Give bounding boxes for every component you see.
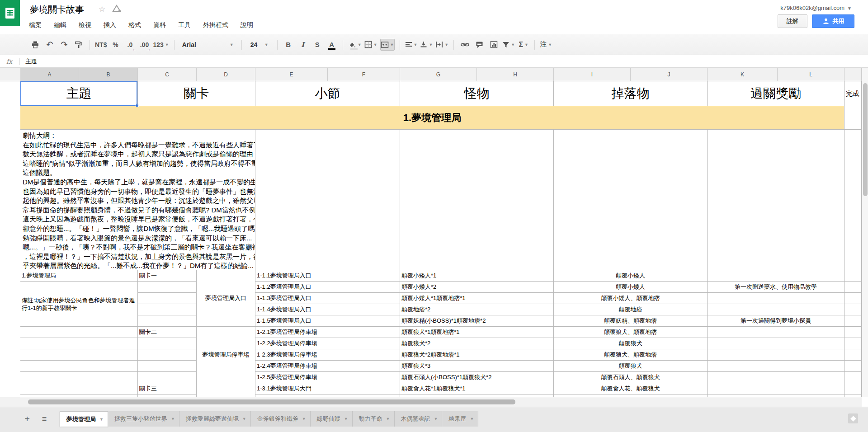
- cell-r6cE[interactable]: 1-1.2夢境管理局入口: [255, 282, 400, 293]
- font-size-select[interactable]: 24▼: [247, 39, 272, 51]
- cell-r14cG[interactable]: 顛覆石頭人(小BOSS)*1顛覆狼犬*2: [400, 372, 554, 383]
- cell-r15cA[interactable]: [20, 383, 138, 394]
- cell-r10cC[interactable]: 關卡二: [138, 327, 197, 338]
- cell-r13cM[interactable]: [844, 361, 862, 372]
- cell-r7cI[interactable]: 顛覆小矮人、顛覆地痞: [554, 293, 708, 304]
- cell-r12cG[interactable]: 顛覆狼犬*2顛覆地痞*1: [400, 349, 554, 361]
- menu-item[interactable]: 外掛程式: [203, 21, 228, 29]
- decrease-decimal-button[interactable]: .0←: [124, 39, 136, 51]
- vertical-align-button[interactable]: ▼: [420, 39, 433, 51]
- chevron-down-icon[interactable]: ▼: [302, 417, 306, 421]
- menu-item[interactable]: 資料: [153, 21, 166, 29]
- cell-r7cM[interactable]: [844, 293, 862, 304]
- sheets-logo-icon[interactable]: [0, 0, 20, 26]
- cell-r1cC[interactable]: 關卡: [138, 81, 255, 106]
- cell-r12cA[interactable]: [20, 349, 138, 361]
- cell-r4cM[interactable]: [844, 130, 862, 270]
- cell-r13cE[interactable]: 1-2.4夢境管理局停車場: [255, 361, 400, 372]
- cell-r7cK[interactable]: [708, 293, 844, 304]
- cell-r5cA[interactable]: 1.夢境管理局: [20, 270, 138, 282]
- cell-r14cA[interactable]: [20, 372, 138, 383]
- cell-r15cD[interactable]: [197, 383, 255, 397]
- cell-r8cI[interactable]: 顛覆地痞: [554, 304, 708, 315]
- column-header-partial[interactable]: [844, 68, 862, 81]
- cell-r5cM[interactable]: [844, 270, 862, 282]
- cell-r5cG[interactable]: 顛覆小矮人*1: [400, 270, 554, 282]
- account-email[interactable]: k79k06k02k@gmail.com▼: [780, 5, 852, 11]
- cell-r15cC[interactable]: 關卡三: [138, 383, 197, 394]
- cell-r6cM[interactable]: [844, 282, 862, 293]
- cell-r14cC[interactable]: [138, 372, 197, 383]
- cell-r4cI[interactable]: [554, 130, 708, 270]
- cell-r9cC[interactable]: [138, 315, 197, 327]
- document-title[interactable]: 夢境關卡故事: [30, 4, 84, 16]
- menu-item[interactable]: 檢視: [79, 21, 91, 29]
- cell-r6cA[interactable]: 備註:玩家使用夢境公民角色和夢境管理者進行1-1的新手教學關卡: [20, 282, 138, 327]
- cell-r15cG[interactable]: 顛覆食人花*1顛覆狼犬*1: [400, 383, 554, 394]
- horizontal-align-button[interactable]: ▼: [405, 39, 418, 51]
- sheet-tab-金斧銀斧和鐵斧[interactable]: 金斧銀斧和鐵斧▼: [251, 411, 311, 427]
- vertical-scrollbar[interactable]: [862, 68, 868, 397]
- cell-r4cK[interactable]: [708, 130, 844, 270]
- cell-r11cC[interactable]: [138, 338, 197, 349]
- cell-r9cK[interactable]: 第一次過關得到夢境小探員: [708, 315, 844, 327]
- cell-r12cM[interactable]: [844, 349, 862, 361]
- chevron-down-icon[interactable]: ▼: [434, 417, 438, 421]
- cell-r13cA[interactable]: [20, 361, 138, 372]
- cell-r5cE[interactable]: 1-1.1夢境管理局入口: [255, 270, 400, 282]
- cell-r11cE[interactable]: 1-2.2夢境管理局停車場: [255, 338, 400, 349]
- cell-r11cI[interactable]: 顛覆狼犬: [554, 338, 708, 349]
- drive-folder-icon[interactable]: [112, 5, 121, 13]
- cell-r9cM[interactable]: [844, 315, 862, 327]
- font-family-select[interactable]: Arial▼: [179, 39, 236, 51]
- cell-r13cC[interactable]: [138, 361, 197, 372]
- all-sheets-button[interactable]: ≡: [38, 413, 51, 425]
- horizontal-scrollbar[interactable]: [0, 397, 862, 407]
- cell-r5cK[interactable]: [708, 270, 844, 282]
- cell-r15cM[interactable]: [844, 383, 862, 394]
- percent-format-button[interactable]: %: [109, 39, 121, 51]
- more-formats-button[interactable]: 123▼: [153, 39, 169, 51]
- cell-r10cE[interactable]: 1-2.1夢境管理局停車場: [255, 327, 400, 338]
- cell-r8cG[interactable]: 顛覆地痞*2: [400, 304, 554, 315]
- share-button[interactable]: 共用: [812, 14, 854, 28]
- chevron-down-icon[interactable]: ▼: [344, 417, 348, 421]
- cell-r10cD[interactable]: 夢境管理局停車場: [197, 327, 255, 383]
- cell-r5cC[interactable]: 關卡一: [138, 270, 197, 282]
- cell-r4cA[interactable]: 劇情大綱： 在如此忙碌的現代生活中，許多人們每晚都是一覺難求，不過最近有些人睡著…: [20, 130, 255, 270]
- column-header-F[interactable]: F: [328, 68, 400, 81]
- cell-r14cE[interactable]: 1-2.5夢境管理局停車場: [255, 372, 400, 383]
- currency-format-button[interactable]: NT$: [95, 39, 107, 51]
- chevron-down-icon[interactable]: ▼: [470, 417, 474, 421]
- add-sheet-button[interactable]: +: [21, 413, 33, 425]
- sheet-tab-動力革命[interactable]: 動力革命▼: [353, 411, 395, 427]
- cell-r10cK[interactable]: [708, 327, 844, 338]
- menu-item[interactable]: 說明: [241, 21, 253, 29]
- insert-link-button[interactable]: [459, 39, 471, 51]
- cell-r2cA[interactable]: 1.夢境管理局: [20, 106, 844, 130]
- increase-decimal-button[interactable]: .00→: [138, 39, 150, 51]
- cell-r11cM[interactable]: [844, 338, 862, 349]
- column-header-C[interactable]: C: [138, 68, 197, 81]
- column-header-D[interactable]: D: [197, 68, 255, 81]
- cell-r6cI[interactable]: 顛覆小矮人: [554, 282, 708, 293]
- text-wrap-button[interactable]: ▼: [435, 39, 448, 51]
- formula-bar[interactable]: fx 主題: [0, 55, 868, 68]
- insert-chart-button[interactable]: [488, 39, 500, 51]
- cell-r14cI[interactable]: 顛覆石頭人、顛覆狼犬: [554, 372, 708, 383]
- cell-r7cG[interactable]: 顛覆小矮人*1顛覆地痞*1: [400, 293, 554, 304]
- cell-r1cE[interactable]: 小節: [255, 81, 400, 106]
- insert-comment-button[interactable]: [473, 39, 485, 51]
- cell-r15cI[interactable]: 顛覆食人花、顛覆狼犬: [554, 383, 708, 394]
- cell-r11cK[interactable]: [708, 338, 844, 349]
- input-tools-button[interactable]: 注▼: [540, 39, 552, 51]
- cell-r14cM[interactable]: [844, 372, 862, 383]
- menu-item[interactable]: 格式: [128, 21, 141, 29]
- sheet-tab-拯救三隻小豬的世界[interactable]: 拯救三隻小豬的世界▼: [108, 411, 179, 427]
- cell-r6cK[interactable]: 第一次贈送藥水、使用物品教學: [708, 282, 844, 293]
- cell-r14cK[interactable]: [708, 372, 844, 383]
- cell-r6cG[interactable]: 顛覆小矮人*2: [400, 282, 554, 293]
- chevron-down-icon[interactable]: ▼: [242, 417, 246, 421]
- print-button[interactable]: [29, 39, 41, 51]
- cell-r12cC[interactable]: [138, 349, 197, 361]
